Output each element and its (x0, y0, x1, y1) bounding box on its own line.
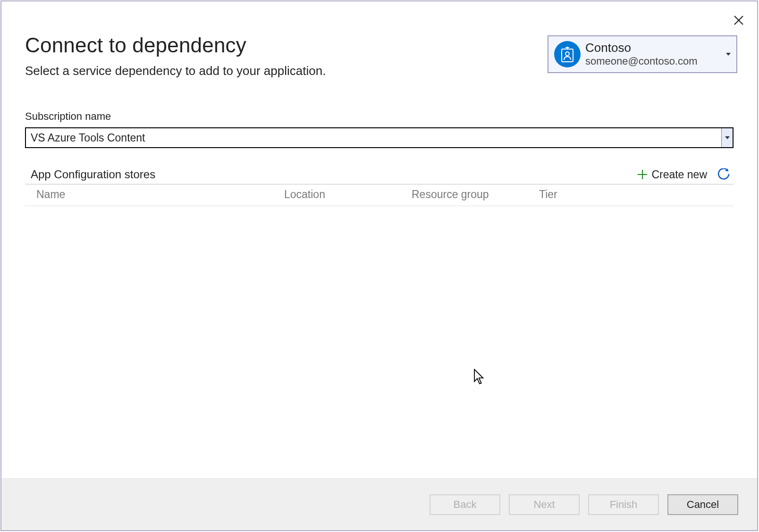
table-header: Name Location Resource group Tier (25, 184, 734, 206)
svg-marker-7 (725, 136, 730, 139)
dialog-window: Contoso someone@contoso.com Connect to d… (0, 0, 758, 531)
refresh-icon (717, 168, 730, 181)
content-area: Connect to dependency Select a service d… (1, 1, 757, 478)
column-header-resource-group[interactable]: Resource group (412, 188, 539, 201)
back-button: Back (430, 494, 500, 515)
divider (25, 206, 734, 206)
chevron-down-icon (725, 136, 730, 139)
subscription-dropdown[interactable]: VS Azure Tools Content (25, 127, 734, 148)
finish-button: Finish (588, 494, 659, 515)
plus-icon (637, 169, 648, 180)
column-header-tier[interactable]: Tier (539, 188, 728, 201)
subscription-label: Subscription name (25, 110, 734, 123)
section-header: App Configuration stores Create new (25, 168, 734, 184)
subscription-value: VS Azure Tools Content (26, 128, 721, 147)
cancel-button[interactable]: Cancel (667, 494, 738, 515)
page-title: Connect to dependency (25, 33, 734, 57)
section-title: App Configuration stores (31, 168, 637, 181)
footer-bar: Back Next Finish Cancel (1, 478, 757, 530)
refresh-button[interactable] (717, 168, 730, 181)
create-new-button[interactable]: Create new (637, 168, 707, 181)
next-button: Next (509, 494, 580, 515)
column-header-location[interactable]: Location (284, 188, 412, 201)
create-new-label: Create new (651, 168, 707, 181)
page-subtitle: Select a service dependency to add to yo… (25, 64, 734, 78)
dropdown-button[interactable] (721, 128, 733, 147)
column-header-name[interactable]: Name (36, 188, 284, 201)
